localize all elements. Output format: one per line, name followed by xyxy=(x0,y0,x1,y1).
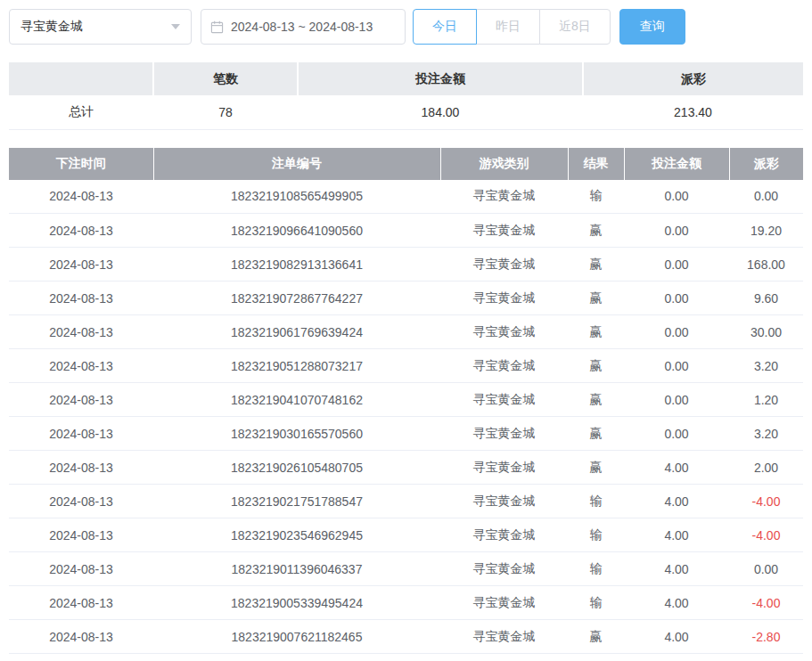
quick-range-button-group: 今日 昨日 近8日 xyxy=(413,9,611,45)
header-order-no: 注单编号 xyxy=(153,148,440,180)
header-result: 结果 xyxy=(568,148,624,180)
cell-result: 输 xyxy=(568,180,624,214)
date-range-input[interactable]: 2024-08-13 ~ 2024-08-13 xyxy=(201,9,406,45)
cell-bet-time: 2024-08-13 xyxy=(9,248,153,282)
cell-payout: 0.00 xyxy=(729,552,803,586)
cell-order-no: 1823219061769639424 xyxy=(153,315,440,349)
cell-bet-amount: 0.00 xyxy=(624,180,729,214)
cell-result: 输 xyxy=(568,552,624,586)
cell-game-type: 寻宝黄金城 xyxy=(440,282,568,315)
date-range-value: 2024-08-13 ~ 2024-08-13 xyxy=(231,20,373,34)
cell-order-no: 1823219021751788547 xyxy=(153,485,440,518)
cell-order-no: 1823219007621182465 xyxy=(153,620,440,654)
cell-bet-time: 2024-08-13 xyxy=(9,282,153,315)
cell-game-type: 寻宝黄金城 xyxy=(440,349,568,383)
cell-result: 赢 xyxy=(568,282,624,315)
header-game-type: 游戏类别 xyxy=(440,148,568,180)
cell-payout: 1.20 xyxy=(729,383,803,417)
cell-bet-time: 2024-08-13 xyxy=(9,315,153,349)
cell-bet-time: 2024-08-13 xyxy=(9,451,153,485)
cell-result: 输 xyxy=(568,586,624,620)
summary-total-label: 总计 xyxy=(9,95,153,129)
cell-result: 赢 xyxy=(568,417,624,451)
cell-game-type: 寻宝黄金城 xyxy=(440,417,568,451)
cell-game-type: 寻宝黄金城 xyxy=(440,248,568,282)
cell-payout: 0.00 xyxy=(729,180,803,214)
cell-order-no: 1823219030165570560 xyxy=(153,417,440,451)
cell-bet-time: 2024-08-13 xyxy=(9,214,153,248)
cell-bet-amount: 0.00 xyxy=(624,282,729,315)
game-select[interactable]: 寻宝黄金城 xyxy=(9,9,192,45)
cell-bet-amount: 4.00 xyxy=(624,586,729,620)
cell-payout: -4.00 xyxy=(729,485,803,518)
cell-bet-time: 2024-08-13 xyxy=(9,383,153,417)
table-row: 2024-08-131823219026105480705寻宝黄金城赢4.002… xyxy=(9,451,803,485)
cell-result: 输 xyxy=(568,518,624,552)
table-row: 2024-08-131823219005339495424寻宝黄金城输4.00-… xyxy=(9,586,803,620)
table-row: 2024-08-131823219072867764227寻宝黄金城赢0.009… xyxy=(9,282,803,315)
cell-bet-amount: 4.00 xyxy=(624,451,729,485)
cell-bet-amount: 0.00 xyxy=(624,214,729,248)
cell-order-no: 1823219082913136641 xyxy=(153,248,440,282)
cell-result: 赢 xyxy=(568,349,624,383)
yesterday-button[interactable]: 昨日 xyxy=(476,9,540,45)
table-row: 2024-08-131823219041070748162寻宝黄金城赢0.001… xyxy=(9,383,803,417)
table-row: 2024-08-131823219061769639424寻宝黄金城赢0.003… xyxy=(9,315,803,349)
cell-payout: 3.20 xyxy=(729,349,803,383)
cell-payout: 2.00 xyxy=(729,451,803,485)
cell-game-type: 寻宝黄金城 xyxy=(440,620,568,654)
cell-game-type: 寻宝黄金城 xyxy=(440,586,568,620)
table-row: 2024-08-131823219096641090560寻宝黄金城赢0.001… xyxy=(9,214,803,248)
records-table-body: 2024-08-131823219108565499905寻宝黄金城输0.000… xyxy=(9,180,803,654)
summary-header-count: 笔数 xyxy=(153,62,298,95)
table-row: 2024-08-131823219023546962945寻宝黄金城输4.00-… xyxy=(9,518,803,552)
table-row: 2024-08-131823219021751788547寻宝黄金城输4.00-… xyxy=(9,485,803,518)
cell-payout: 30.00 xyxy=(729,315,803,349)
toolbar: 寻宝黄金城 2024-08-13 ~ 2024-08-13 今日 昨日 近8日 … xyxy=(9,9,803,45)
cell-bet-amount: 0.00 xyxy=(624,349,729,383)
cell-game-type: 寻宝黄金城 xyxy=(440,518,568,552)
cell-order-no: 1823219108565499905 xyxy=(153,180,440,214)
table-row: 2024-08-131823219082913136641寻宝黄金城赢0.001… xyxy=(9,248,803,282)
cell-order-no: 1823219026105480705 xyxy=(153,451,440,485)
cell-result: 赢 xyxy=(568,214,624,248)
query-button[interactable]: 查询 xyxy=(619,9,685,45)
table-row: 2024-08-131823219007621182465寻宝黄金城赢4.00-… xyxy=(9,620,803,654)
summary-total-payout: 213.40 xyxy=(583,95,803,129)
cell-order-no: 1823219023546962945 xyxy=(153,518,440,552)
cell-payout: 9.60 xyxy=(729,282,803,315)
cell-result: 赢 xyxy=(568,451,624,485)
cell-order-no: 1823219096641090560 xyxy=(153,214,440,248)
cell-bet-time: 2024-08-13 xyxy=(9,620,153,654)
cell-order-no: 1823219005339495424 xyxy=(153,586,440,620)
cell-bet-amount: 0.00 xyxy=(624,383,729,417)
betting-records-page: 寻宝黄金城 2024-08-13 ~ 2024-08-13 今日 昨日 近8日 … xyxy=(0,0,812,661)
cell-order-no: 1823219051288073217 xyxy=(153,349,440,383)
summary-header-bet-amount: 投注金额 xyxy=(298,62,583,95)
last-8-days-button[interactable]: 近8日 xyxy=(539,9,611,45)
cell-game-type: 寻宝黄金城 xyxy=(440,214,568,248)
cell-bet-amount: 0.00 xyxy=(624,417,729,451)
summary-total-row: 总计 78 184.00 213.40 xyxy=(9,95,803,129)
cell-bet-amount: 4.00 xyxy=(624,485,729,518)
records-table: 下注时间 注单编号 游戏类别 结果 投注金额 派彩 2024-08-131823… xyxy=(9,148,803,655)
cell-payout: -2.80 xyxy=(729,620,803,654)
cell-bet-amount: 4.00 xyxy=(624,620,729,654)
cell-payout: -4.00 xyxy=(729,586,803,620)
cell-game-type: 寻宝黄金城 xyxy=(440,315,568,349)
cell-bet-time: 2024-08-13 xyxy=(9,518,153,552)
summary-header-empty xyxy=(9,62,153,95)
summary-total-count: 78 xyxy=(153,95,298,129)
cell-game-type: 寻宝黄金城 xyxy=(440,180,568,214)
cell-result: 赢 xyxy=(568,383,624,417)
header-bet-time: 下注时间 xyxy=(9,148,153,180)
chevron-down-icon xyxy=(171,24,180,29)
cell-game-type: 寻宝黄金城 xyxy=(440,383,568,417)
cell-payout: 19.20 xyxy=(729,214,803,248)
summary-table: 笔数 投注金额 派彩 总计 78 184.00 213.40 xyxy=(9,62,803,130)
today-button[interactable]: 今日 xyxy=(413,9,477,45)
header-payout: 派彩 xyxy=(729,148,803,180)
cell-bet-time: 2024-08-13 xyxy=(9,586,153,620)
cell-order-no: 1823219011396046337 xyxy=(153,552,440,586)
cell-result: 赢 xyxy=(568,620,624,654)
